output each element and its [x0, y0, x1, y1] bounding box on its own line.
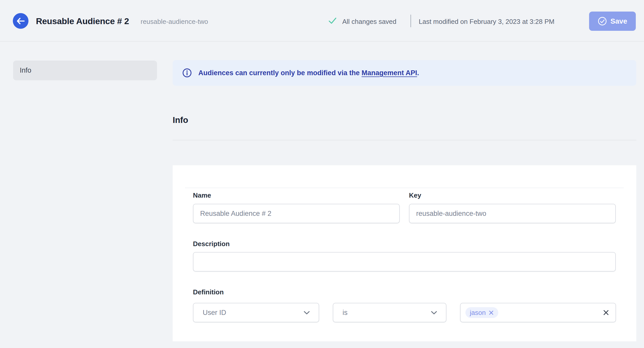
x-icon — [489, 310, 494, 315]
tag-chip: jason — [465, 307, 498, 318]
definition-values-input[interactable]: jason — [460, 303, 616, 322]
page-title: Reusable Audience # 2 — [36, 16, 129, 26]
tag-chip-label: jason — [470, 309, 486, 317]
section-title: Info — [173, 115, 188, 125]
save-button-label: Save — [610, 17, 627, 25]
definition-operator-value: is — [343, 309, 348, 317]
card-divider — [185, 188, 624, 188]
header-divider — [411, 15, 411, 27]
info-icon — [182, 68, 192, 78]
name-input[interactable] — [193, 204, 400, 223]
info-card: Name Key Description Definition User ID … — [173, 165, 636, 341]
page-subtitle-key: reusable-audience-two — [141, 18, 208, 26]
description-label: Description — [193, 240, 230, 248]
check-icon — [328, 17, 337, 24]
definition-label: Definition — [193, 288, 224, 296]
back-button[interactable] — [13, 13, 28, 29]
description-input[interactable] — [193, 252, 616, 272]
definition-operator-select[interactable]: is — [333, 303, 446, 322]
clear-values-button[interactable] — [603, 309, 609, 316]
key-label: Key — [409, 191, 421, 199]
banner-text: Audiences can currently only be modified… — [198, 69, 362, 77]
info-banner: Audiences can currently only be modified… — [173, 60, 636, 86]
close-icon — [603, 309, 609, 316]
definition-attribute-value: User ID — [203, 309, 226, 317]
header: Reusable Audience # 2 reusable-audience-… — [0, 0, 644, 42]
last-modified-text: Last modified on February 3, 2023 at 3:2… — [419, 18, 554, 26]
arrow-left-icon — [16, 17, 25, 25]
management-api-link[interactable]: Management API — [362, 69, 417, 77]
tag-remove-button[interactable] — [489, 310, 494, 315]
banner-suffix: . — [417, 69, 419, 77]
save-status-text: All changes saved — [342, 18, 396, 26]
banner-message: Audiences can currently only be modified… — [198, 69, 419, 77]
definition-attribute-select[interactable]: User ID — [193, 303, 319, 322]
section-divider — [173, 140, 636, 140]
name-label: Name — [193, 191, 211, 199]
save-button[interactable]: Save — [589, 12, 636, 31]
sidebar-item-info[interactable]: Info — [13, 61, 157, 80]
chevron-down-icon — [431, 311, 437, 315]
page: Reusable Audience # 2 reusable-audience-… — [0, 0, 644, 348]
circle-check-icon — [598, 16, 607, 26]
chevron-down-icon — [304, 311, 310, 315]
sidebar-item-label: Info — [20, 66, 31, 74]
key-input[interactable] — [409, 204, 616, 223]
